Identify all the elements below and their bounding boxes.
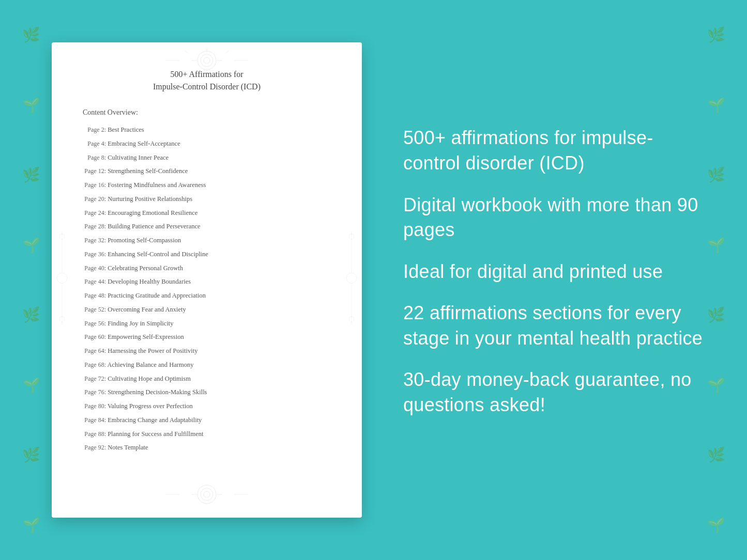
svg-point-1 <box>201 54 213 67</box>
page-decoration-left <box>54 226 70 334</box>
toc-title: Cultivating Hope and Optimism <box>108 375 191 382</box>
toc-page-number: Page 48: <box>83 291 106 300</box>
table-of-contents: Page 2: Best PracticesPage 4: Embracing … <box>83 123 331 455</box>
svg-line-8 <box>225 51 228 53</box>
toc-page-number: Page 16: <box>83 180 106 190</box>
toc-title: Overcoming Fear and Anxiety <box>108 306 186 313</box>
toc-title: Finding Joy in Simplicity <box>108 320 173 327</box>
toc-page-number: Page 52: <box>83 305 106 314</box>
toc-title: Notes Template <box>108 444 148 451</box>
toc-item: Page 40: Celebrating Personal Growth <box>83 261 331 275</box>
book-title-line2: Impulse-Control Disorder (ICD) <box>153 82 261 91</box>
toc-page-number: Page 72: <box>83 374 106 383</box>
toc-page-number: Page 4: <box>83 139 106 148</box>
toc-item: Page 28: Building Patience and Persevera… <box>83 220 331 234</box>
toc-title: Cultivating Inner Peace <box>108 154 169 161</box>
book-page: 500+ Affirmations for Impulse-Control Di… <box>52 42 362 518</box>
toc-title: Best Practices <box>108 126 144 133</box>
feature-block: 22 affirmations sections for every stage… <box>403 301 706 351</box>
toc-item: Page 84: Embracing Change and Adaptabili… <box>83 413 331 427</box>
content-overview-label: Content Overview: <box>83 108 331 117</box>
feature-text: 22 affirmations sections for every stage… <box>403 301 706 351</box>
toc-title: Valuing Progress over Perfection <box>108 402 193 410</box>
toc-title: Practicing Gratitude and Appreciation <box>108 292 206 299</box>
toc-item: Page 64: Harnessing the Power of Positiv… <box>83 344 331 358</box>
page-decoration-top <box>52 48 362 79</box>
feature-text: 500+ affirmations for impulse-control di… <box>403 126 706 176</box>
toc-title: Empowering Self-Expression <box>108 333 184 340</box>
toc-title: Encouraging Emotional Resilience <box>108 209 197 216</box>
toc-item: Page 4: Embracing Self-Acceptance <box>83 137 331 151</box>
toc-title: Celebrating Personal Growth <box>108 265 183 272</box>
toc-page-number: Page 36: <box>83 250 106 259</box>
toc-page-number: Page 24: <box>83 208 106 217</box>
right-panel: 500+ affirmations for impulse-control di… <box>393 126 706 434</box>
toc-item: Page 24: Encouraging Emotional Resilienc… <box>83 206 331 220</box>
feature-block: Digital workbook with more than 90 pages <box>403 193 706 243</box>
feature-block: Ideal for digital and printed use <box>403 259 706 285</box>
main-content: 500+ Affirmations for Impulse-Control Di… <box>0 0 747 560</box>
toc-title: Nurturing Positive Relationships <box>108 195 192 203</box>
toc-item: Page 52: Overcoming Fear and Anxiety <box>83 303 331 317</box>
toc-page-number: Page 84: <box>83 415 106 425</box>
toc-item: Page 16: Fostering Mindfulness and Aware… <box>83 178 331 192</box>
toc-item: Page 72: Cultivating Hope and Optimism <box>83 372 331 386</box>
toc-title: Fostering Mindfulness and Awareness <box>108 181 206 189</box>
feature-text: 30-day money-back guarantee, no question… <box>403 367 706 417</box>
toc-page-number: Page 88: <box>83 429 106 439</box>
toc-item: Page 76: Strengthening Decision-Making S… <box>83 385 331 399</box>
toc-item: Page 68: Achieving Balance and Harmony <box>83 358 331 372</box>
toc-item: Page 80: Valuing Progress over Perfectio… <box>83 399 331 413</box>
toc-item: Page 56: Finding Joy in Simplicity <box>83 317 331 331</box>
toc-title: Achieving Balance and Harmony <box>107 361 193 368</box>
toc-page-number: Page 8: <box>83 153 106 162</box>
toc-title: Enhancing Self-Control and Discipline <box>108 251 208 258</box>
svg-point-25 <box>204 491 210 497</box>
toc-title: Planning for Success and Fulfillment <box>108 430 203 438</box>
toc-page-number: Page 56: <box>83 319 106 328</box>
toc-item: Page 48: Practicing Gratitude and Apprec… <box>83 289 331 303</box>
feature-text: Digital workbook with more than 90 pages <box>403 193 706 243</box>
toc-page-number: Page 68: <box>83 360 106 369</box>
toc-item: Page 36: Enhancing Self-Control and Disc… <box>83 247 331 261</box>
svg-line-7 <box>185 51 188 53</box>
toc-title: Promoting Self-Compassion <box>108 237 181 244</box>
toc-title: Strengthening Self-Confidence <box>108 167 188 175</box>
svg-point-13 <box>57 273 67 283</box>
page-decoration-right <box>344 226 359 334</box>
toc-title: Building Patience and Perseverance <box>108 223 200 230</box>
toc-page-number: Page 76: <box>83 387 106 397</box>
toc-page-number: Page 64: <box>83 346 106 355</box>
toc-page-number: Page 12: <box>83 166 106 176</box>
svg-point-24 <box>201 488 213 501</box>
page-decoration-bottom <box>52 481 362 512</box>
toc-title: Embracing Change and Adaptability <box>108 416 202 424</box>
feature-block: 500+ affirmations for impulse-control di… <box>403 126 706 176</box>
svg-point-23 <box>197 485 216 504</box>
toc-item: Page 8: Cultivating Inner Peace <box>83 151 331 165</box>
toc-page-number: Page 20: <box>83 194 106 204</box>
svg-point-18 <box>346 273 357 283</box>
toc-item: Page 88: Planning for Success and Fulfil… <box>83 427 331 441</box>
toc-page-number: Page 92: <box>83 443 106 452</box>
toc-page-number: Page 80: <box>83 401 106 411</box>
toc-title: Developing Healthy Boundaries <box>108 278 191 285</box>
feature-block: 30-day money-back guarantee, no question… <box>403 367 706 417</box>
toc-item: Page 12: Strengthening Self-Confidence <box>83 164 331 178</box>
svg-point-2 <box>204 57 210 64</box>
svg-point-0 <box>197 51 216 70</box>
toc-page-number: Page 40: <box>83 263 106 273</box>
toc-item: Page 2: Best Practices <box>83 123 331 137</box>
toc-page-number: Page 44: <box>83 277 106 286</box>
toc-item: Page 32: Promoting Self-Compassion <box>83 234 331 247</box>
toc-page-number: Page 28: <box>83 222 106 231</box>
toc-title: Embracing Self-Acceptance <box>108 140 180 147</box>
toc-title: Strengthening Decision-Making Skills <box>108 388 207 396</box>
toc-item: Page 20: Nurturing Positive Relationship… <box>83 192 331 206</box>
toc-item: Page 92: Notes Template <box>83 441 331 455</box>
toc-page-number: Page 32: <box>83 236 106 245</box>
toc-page-number: Page 2: <box>83 125 106 134</box>
toc-item: Page 44: Developing Healthy Boundaries <box>83 275 331 289</box>
feature-text: Ideal for digital and printed use <box>403 259 706 285</box>
toc-title: Harnessing the Power of Positivity <box>108 347 197 354</box>
